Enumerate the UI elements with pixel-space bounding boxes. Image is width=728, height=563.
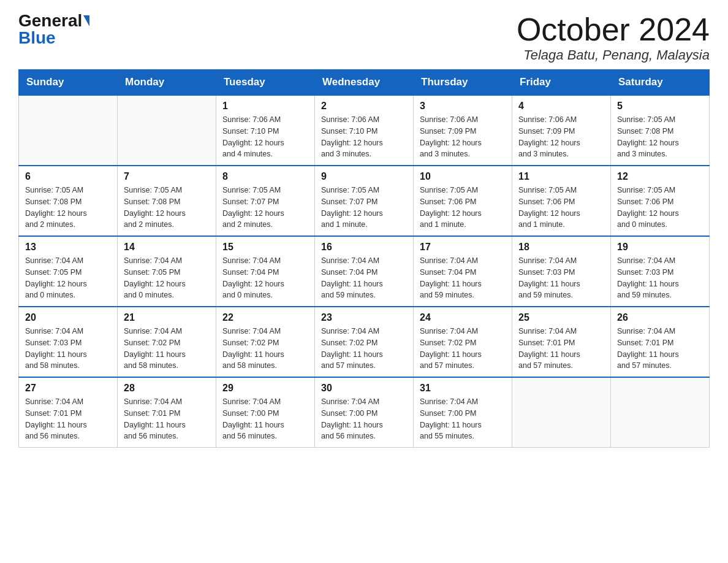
header-wednesday: Wednesday <box>315 70 414 96</box>
header-sunday: Sunday <box>19 70 118 96</box>
day-info: Sunrise: 7:04 AMSunset: 7:05 PMDaylight:… <box>124 255 210 301</box>
day-info: Sunrise: 7:04 AMSunset: 7:04 PMDaylight:… <box>222 255 308 301</box>
header-saturday: Saturday <box>611 70 710 96</box>
calendar-cell: 23Sunrise: 7:04 AMSunset: 7:02 PMDayligh… <box>315 307 414 377</box>
day-number: 24 <box>420 312 506 323</box>
calendar-cell: 9Sunrise: 7:05 AMSunset: 7:07 PMDaylight… <box>315 166 414 236</box>
calendar-cell: 8Sunrise: 7:05 AMSunset: 7:07 PMDaylight… <box>216 166 315 236</box>
header-monday: Monday <box>118 70 216 96</box>
day-number: 27 <box>25 383 111 394</box>
day-info: Sunrise: 7:05 AMSunset: 7:08 PMDaylight:… <box>124 185 210 231</box>
calendar-cell: 29Sunrise: 7:04 AMSunset: 7:00 PMDayligh… <box>216 377 315 448</box>
title-section: October 2024 Telaga Batu, Penang, Malays… <box>517 12 710 63</box>
calendar-cell: 6Sunrise: 7:05 AMSunset: 7:08 PMDaylight… <box>19 166 118 236</box>
logo: General Blue <box>18 12 89 47</box>
calendar-cell: 20Sunrise: 7:04 AMSunset: 7:03 PMDayligh… <box>19 307 118 377</box>
calendar-cell: 25Sunrise: 7:04 AMSunset: 7:01 PMDayligh… <box>512 307 611 377</box>
calendar-header-row: SundayMondayTuesdayWednesdayThursdayFrid… <box>19 70 710 96</box>
day-info: Sunrise: 7:04 AMSunset: 7:02 PMDaylight:… <box>222 326 308 372</box>
day-number: 8 <box>222 171 308 182</box>
calendar-cell: 5Sunrise: 7:05 AMSunset: 7:08 PMDaylight… <box>611 95 710 166</box>
calendar-cell: 21Sunrise: 7:04 AMSunset: 7:02 PMDayligh… <box>118 307 216 377</box>
calendar-cell: 16Sunrise: 7:04 AMSunset: 7:04 PMDayligh… <box>315 236 414 307</box>
calendar-cell: 22Sunrise: 7:04 AMSunset: 7:02 PMDayligh… <box>216 307 315 377</box>
day-number: 22 <box>222 312 308 323</box>
day-info: Sunrise: 7:06 AMSunset: 7:10 PMDaylight:… <box>321 114 407 160</box>
calendar-cell <box>118 95 216 166</box>
day-info: Sunrise: 7:04 AMSunset: 7:01 PMDaylight:… <box>124 396 210 442</box>
day-info: Sunrise: 7:06 AMSunset: 7:09 PMDaylight:… <box>420 114 506 160</box>
day-number: 3 <box>420 101 506 112</box>
calendar-cell: 24Sunrise: 7:04 AMSunset: 7:02 PMDayligh… <box>414 307 512 377</box>
day-number: 18 <box>518 242 604 253</box>
logo-blue-text: Blue <box>18 28 56 47</box>
calendar-cell: 15Sunrise: 7:04 AMSunset: 7:04 PMDayligh… <box>216 236 315 307</box>
header-tuesday: Tuesday <box>216 70 315 96</box>
day-info: Sunrise: 7:05 AMSunset: 7:08 PMDaylight:… <box>617 114 703 160</box>
day-number: 5 <box>617 101 703 112</box>
day-number: 12 <box>617 171 703 182</box>
calendar-cell <box>611 377 710 448</box>
day-info: Sunrise: 7:06 AMSunset: 7:10 PMDaylight:… <box>222 114 308 160</box>
day-number: 10 <box>420 171 506 182</box>
location-text: Telaga Batu, Penang, Malaysia <box>517 47 710 63</box>
calendar-cell: 7Sunrise: 7:05 AMSunset: 7:08 PMDaylight… <box>118 166 216 236</box>
day-number: 14 <box>124 242 210 253</box>
day-info: Sunrise: 7:04 AMSunset: 7:00 PMDaylight:… <box>321 396 407 442</box>
header-friday: Friday <box>512 70 611 96</box>
day-number: 29 <box>222 383 308 394</box>
day-number: 21 <box>124 312 210 323</box>
day-number: 20 <box>25 312 111 323</box>
calendar-cell: 11Sunrise: 7:05 AMSunset: 7:06 PMDayligh… <box>512 166 611 236</box>
day-number: 17 <box>420 242 506 253</box>
calendar-cell <box>19 95 118 166</box>
day-info: Sunrise: 7:05 AMSunset: 7:06 PMDaylight:… <box>518 185 604 231</box>
day-info: Sunrise: 7:05 AMSunset: 7:06 PMDaylight:… <box>617 185 703 231</box>
page-header: General Blue October 2024 Telaga Batu, P… <box>18 12 710 63</box>
day-info: Sunrise: 7:04 AMSunset: 7:00 PMDaylight:… <box>420 396 506 442</box>
day-number: 13 <box>25 242 111 253</box>
week-row-4: 20Sunrise: 7:04 AMSunset: 7:03 PMDayligh… <box>19 307 710 377</box>
day-number: 19 <box>617 242 703 253</box>
day-info: Sunrise: 7:04 AMSunset: 7:03 PMDaylight:… <box>617 255 703 301</box>
day-number: 26 <box>617 312 703 323</box>
calendar-cell: 31Sunrise: 7:04 AMSunset: 7:00 PMDayligh… <box>414 377 512 448</box>
calendar-cell: 1Sunrise: 7:06 AMSunset: 7:10 PMDaylight… <box>216 95 315 166</box>
calendar-cell: 28Sunrise: 7:04 AMSunset: 7:01 PMDayligh… <box>118 377 216 448</box>
day-number: 7 <box>124 171 210 182</box>
day-info: Sunrise: 7:04 AMSunset: 7:01 PMDaylight:… <box>617 326 703 372</box>
day-info: Sunrise: 7:04 AMSunset: 7:05 PMDaylight:… <box>25 255 111 301</box>
day-info: Sunrise: 7:04 AMSunset: 7:04 PMDaylight:… <box>420 255 506 301</box>
calendar-cell: 10Sunrise: 7:05 AMSunset: 7:06 PMDayligh… <box>414 166 512 236</box>
day-info: Sunrise: 7:06 AMSunset: 7:09 PMDaylight:… <box>518 114 604 160</box>
header-thursday: Thursday <box>414 70 512 96</box>
calendar-table: SundayMondayTuesdayWednesdayThursdayFrid… <box>18 69 710 448</box>
day-info: Sunrise: 7:04 AMSunset: 7:03 PMDaylight:… <box>25 326 111 372</box>
calendar-cell: 26Sunrise: 7:04 AMSunset: 7:01 PMDayligh… <box>611 307 710 377</box>
calendar-cell: 12Sunrise: 7:05 AMSunset: 7:06 PMDayligh… <box>611 166 710 236</box>
month-title: October 2024 <box>517 12 710 47</box>
calendar-cell: 17Sunrise: 7:04 AMSunset: 7:04 PMDayligh… <box>414 236 512 307</box>
week-row-1: 1Sunrise: 7:06 AMSunset: 7:10 PMDaylight… <box>19 95 710 166</box>
day-info: Sunrise: 7:05 AMSunset: 7:06 PMDaylight:… <box>420 185 506 231</box>
day-info: Sunrise: 7:04 AMSunset: 7:01 PMDaylight:… <box>518 326 604 372</box>
day-info: Sunrise: 7:04 AMSunset: 7:03 PMDaylight:… <box>518 255 604 301</box>
calendar-cell: 14Sunrise: 7:04 AMSunset: 7:05 PMDayligh… <box>118 236 216 307</box>
week-row-5: 27Sunrise: 7:04 AMSunset: 7:01 PMDayligh… <box>19 377 710 448</box>
calendar-cell: 18Sunrise: 7:04 AMSunset: 7:03 PMDayligh… <box>512 236 611 307</box>
day-info: Sunrise: 7:05 AMSunset: 7:07 PMDaylight:… <box>222 185 308 231</box>
day-info: Sunrise: 7:04 AMSunset: 7:01 PMDaylight:… <box>25 396 111 442</box>
day-number: 30 <box>321 383 407 394</box>
day-number: 6 <box>25 171 111 182</box>
day-info: Sunrise: 7:04 AMSunset: 7:02 PMDaylight:… <box>124 326 210 372</box>
week-row-3: 13Sunrise: 7:04 AMSunset: 7:05 PMDayligh… <box>19 236 710 307</box>
day-number: 2 <box>321 101 407 112</box>
day-number: 11 <box>518 171 604 182</box>
calendar-cell <box>512 377 611 448</box>
calendar-cell: 2Sunrise: 7:06 AMSunset: 7:10 PMDaylight… <box>315 95 414 166</box>
calendar-cell: 3Sunrise: 7:06 AMSunset: 7:09 PMDaylight… <box>414 95 512 166</box>
day-number: 23 <box>321 312 407 323</box>
day-info: Sunrise: 7:04 AMSunset: 7:02 PMDaylight:… <box>321 326 407 372</box>
day-number: 9 <box>321 171 407 182</box>
day-info: Sunrise: 7:05 AMSunset: 7:08 PMDaylight:… <box>25 185 111 231</box>
